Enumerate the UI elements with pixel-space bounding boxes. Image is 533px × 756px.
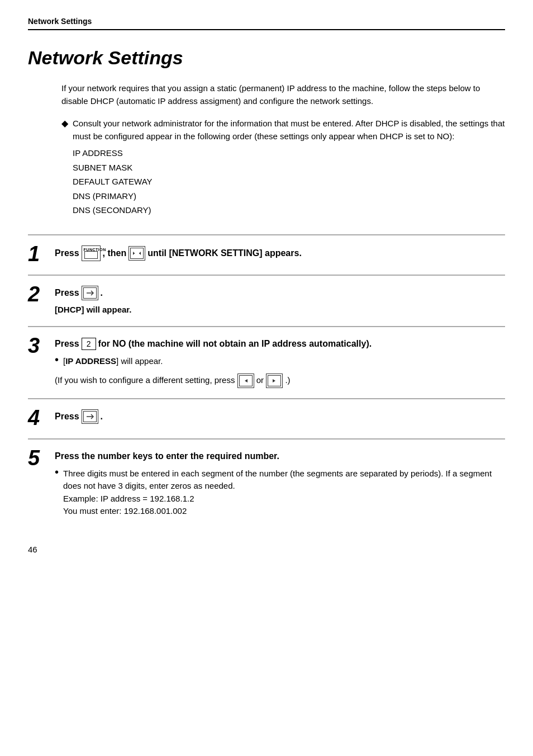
step3-note-b: .)	[285, 375, 290, 384]
nav-left-svg	[242, 378, 250, 384]
key-2-icon: 2	[82, 338, 96, 350]
step4-press-label: Press	[55, 410, 79, 423]
step1-press-label: Press	[55, 247, 79, 260]
list-item: DNS (PRIMARY)	[73, 189, 505, 204]
step-2-row: 2 Press . [DHCP] will appear.	[28, 275, 505, 327]
diamond-bullet: ◆ Consult your network administrator for…	[61, 117, 505, 218]
page-number: 46	[28, 545, 505, 554]
step-1-row: 1 Press FUNCTION , then	[28, 234, 505, 275]
enter-key-icon-4	[82, 409, 98, 424]
step2-press-label: Press	[55, 286, 79, 300]
step-5-number: 5	[28, 447, 48, 469]
step-4-main: Press .	[55, 409, 505, 424]
step1-until-label: until [NETWORK SETTING] appears.	[147, 247, 302, 260]
nav-right-key-icon	[266, 374, 283, 388]
step3-or-label: or	[256, 375, 264, 384]
enter-key-icon-2	[82, 286, 98, 300]
bullet-section: ◆ Consult your network administrator for…	[61, 117, 505, 218]
bullet-dot-3: •	[55, 354, 59, 365]
steps-wrapper: 1 Press FUNCTION , then	[28, 234, 505, 528]
step5-sub-main: Three digits must be entered in each seg…	[63, 469, 492, 491]
step1-then-label: , then	[103, 247, 127, 260]
list-item: IP ADDRESS	[73, 146, 505, 160]
step-3-content: Press 2 for NO (the machine will not obt…	[55, 337, 505, 388]
nav-left-key-icon	[237, 374, 254, 388]
step-3-main: Press 2 for NO (the machine will not obt…	[55, 337, 505, 351]
page-header: Network Settings	[28, 17, 505, 30]
step-3-sub-text: [IP ADDRESS] will appear.	[63, 355, 163, 368]
nav-right-svg	[270, 378, 278, 384]
step-4-row: 4 Press .	[28, 398, 505, 438]
step3-for-label: for NO (the machine will not obtain an I…	[98, 337, 372, 351]
step-2-number: 2	[28, 284, 48, 305]
nav-arrows-svg	[132, 250, 141, 257]
step-3-number: 3	[28, 335, 48, 356]
step-2-content: Press . [DHCP] will appear.	[55, 286, 505, 316]
step-1-content: Press FUNCTION , then	[55, 245, 505, 264]
list-item: DNS (SECONDARY)	[73, 203, 505, 218]
enter-arrow-svg	[86, 290, 94, 296]
step4-period: .	[101, 410, 103, 423]
step-3-row: 3 Press 2 for NO (the machine will not o…	[28, 326, 505, 398]
step-2-main: Press .	[55, 286, 505, 300]
list-item: SUBNET MASK	[73, 160, 505, 175]
bullet-main-text: Consult your network administrator for t…	[73, 119, 505, 141]
header-title: Network Settings	[28, 17, 92, 26]
page-title: Network Settings	[28, 47, 505, 69]
step-5-sub-text: Three digits must be entered in each seg…	[63, 467, 505, 518]
step-3-note: (If you wish to configure a different se…	[55, 374, 505, 388]
step-5-sub-bullet: • Three digits must be entered in each s…	[55, 467, 505, 518]
bullet-text: Consult your network administrator for t…	[73, 117, 505, 218]
bullet-dot-5: •	[55, 466, 59, 478]
step2-period: .	[101, 286, 103, 300]
step-1-number: 1	[28, 243, 48, 264]
list-item: DEFAULT GATEWAY	[73, 174, 505, 189]
step-5-content: Press the number keys to enter the requi…	[55, 450, 505, 518]
step5-example: Example: IP address = 192.168.1.2	[63, 494, 194, 503]
step-2-sub: [DHCP] will appear.	[55, 304, 505, 316]
network-items-list: IP ADDRESS SUBNET MASK DEFAULT GATEWAY D…	[73, 146, 505, 218]
step5-youmust: You must enter: 192.168.001.002	[63, 506, 187, 516]
function-key-icon: FUNCTION	[82, 245, 101, 261]
step-5-row: 5 Press the number keys to enter the req…	[28, 438, 505, 528]
step-1-main: Press FUNCTION , then	[55, 245, 505, 261]
step-5-main: Press the number keys to enter the requi…	[55, 450, 505, 463]
svg-marker-5	[245, 379, 248, 382]
step-4-number: 4	[28, 407, 48, 428]
step-3-sub-bullet: • [IP ADDRESS] will appear.	[55, 355, 505, 368]
intro-text: If your network requires that you assign…	[61, 82, 505, 107]
step-4-content: Press .	[55, 409, 505, 427]
enter-arrow-svg-4	[86, 414, 94, 419]
nav-key-icon	[129, 246, 145, 261]
diamond-icon: ◆	[61, 118, 68, 129]
step3-note-a: (If you wish to configure a different se…	[55, 375, 235, 384]
svg-marker-6	[273, 379, 275, 382]
step3-press-label: Press	[55, 337, 79, 351]
